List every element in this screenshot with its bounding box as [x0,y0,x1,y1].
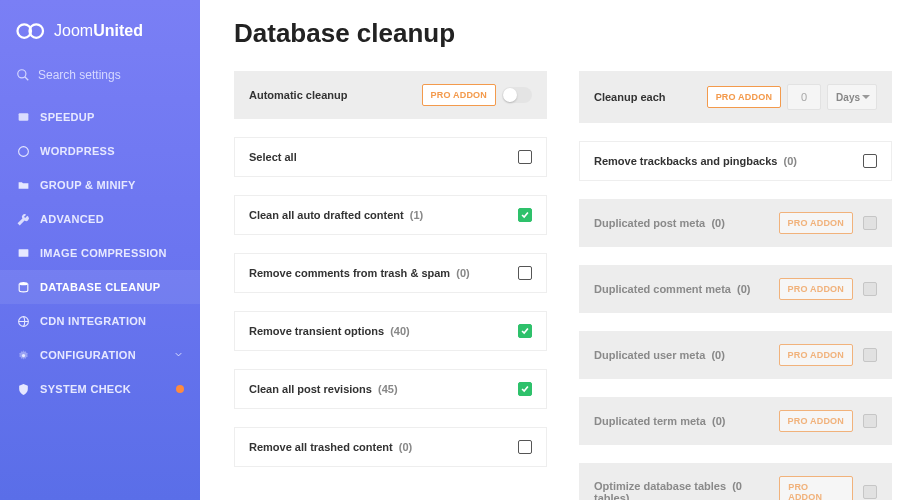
warning-dot-icon [176,385,184,393]
svg-point-7 [19,282,28,285]
auto-cleanup-label: Automatic cleanup [249,89,347,101]
gear-icon [16,348,30,362]
brand-logo: JoomUnited [0,10,200,60]
trash-spam-row: Remove comments from trash & spam (0) [234,253,547,293]
brand-text: JoomUnited [54,22,143,40]
nav-group-minify[interactable]: GROUP & MINIFY [0,168,200,202]
search-placeholder: Search settings [38,68,121,82]
right-column: Cleanup each PRO ADDON Days Remove track… [579,71,892,500]
chevron-down-icon [173,349,184,362]
nav-advanced[interactable]: ADVANCED [0,202,200,236]
columns: Automatic cleanup PRO ADDON Select all C… [234,71,892,500]
revisions-row: Clean all post revisions (45) [234,369,547,409]
dup-post-meta-row: Duplicated post meta (0) PRO ADDON [579,199,892,247]
nav-cdn[interactable]: CDN INTEGRATION [0,304,200,338]
svg-line-3 [25,77,29,81]
trash-spam-checkbox[interactable] [518,266,532,280]
database-icon [16,280,30,294]
dup-comment-meta-checkbox [863,282,877,296]
wordpress-icon [16,144,30,158]
transient-checkbox[interactable] [518,324,532,338]
cleanup-unit-select[interactable]: Days [827,84,877,110]
select-all-row: Select all [234,137,547,177]
trackback-checkbox[interactable] [863,154,877,168]
pro-badge[interactable]: PRO ADDON [707,86,781,108]
svg-point-5 [18,146,28,156]
sidebar: JoomUnited Search settings SPEEDUP WORDP… [0,0,200,500]
nav-database-cleanup[interactable]: DATABASE CLEANUP [0,270,200,304]
transient-row: Remove transient options (40) [234,311,547,351]
revisions-checkbox[interactable] [518,382,532,396]
cleanup-each-row: Cleanup each PRO ADDON Days [579,71,892,123]
optimize-tables-row: Optimize database tables (0 tables) PRO … [579,463,892,500]
svg-rect-4 [18,113,28,121]
cleanup-each-label: Cleanup each [594,91,666,103]
select-all-checkbox[interactable] [518,150,532,164]
svg-rect-6 [18,249,28,257]
optimize-tables-checkbox [863,485,877,499]
auto-cleanup-row: Automatic cleanup PRO ADDON [234,71,547,119]
search-icon [16,68,30,82]
logo-icon [16,20,46,42]
auto-cleanup-toggle[interactable] [502,87,532,103]
nav: SPEEDUP WORDPRESS GROUP & MINIFY ADVANCE… [0,100,200,406]
left-column: Automatic cleanup PRO ADDON Select all C… [234,71,547,500]
nav-system-check[interactable]: SYSTEM CHECK [0,372,200,406]
nav-configuration[interactable]: CONFIGURATION [0,338,200,372]
svg-point-2 [18,70,26,78]
gauge-icon [16,110,30,124]
pro-badge[interactable]: PRO ADDON [779,476,853,500]
pro-badge[interactable]: PRO ADDON [779,344,853,366]
auto-drafted-checkbox[interactable] [518,208,532,222]
search-input[interactable]: Search settings [0,60,200,100]
auto-drafted-row: Clean all auto drafted content (1) [234,195,547,235]
trashed-checkbox[interactable] [518,440,532,454]
main-content: Database cleanup Automatic cleanup PRO A… [200,0,920,500]
globe-icon [16,314,30,328]
dup-comment-meta-row: Duplicated comment meta (0) PRO ADDON [579,265,892,313]
pro-badge[interactable]: PRO ADDON [779,212,853,234]
dup-user-meta-row: Duplicated user meta (0) PRO ADDON [579,331,892,379]
trackback-row: Remove trackbacks and pingbacks (0) [579,141,892,181]
folder-icon [16,178,30,192]
pro-badge[interactable]: PRO ADDON [779,410,853,432]
image-icon [16,246,30,260]
nav-image-compression[interactable]: IMAGE COMPRESSION [0,236,200,270]
trashed-row: Remove all trashed content (0) [234,427,547,467]
page-title: Database cleanup [234,18,892,49]
dup-post-meta-checkbox [863,216,877,230]
dup-term-meta-checkbox [863,414,877,428]
cleanup-interval-input[interactable] [787,84,821,110]
dup-term-meta-row: Duplicated term meta (0) PRO ADDON [579,397,892,445]
shield-icon [16,382,30,396]
wrench-icon [16,212,30,226]
dup-user-meta-checkbox [863,348,877,362]
nav-wordpress[interactable]: WORDPRESS [0,134,200,168]
pro-badge[interactable]: PRO ADDON [422,84,496,106]
nav-speedup[interactable]: SPEEDUP [0,100,200,134]
pro-badge[interactable]: PRO ADDON [779,278,853,300]
